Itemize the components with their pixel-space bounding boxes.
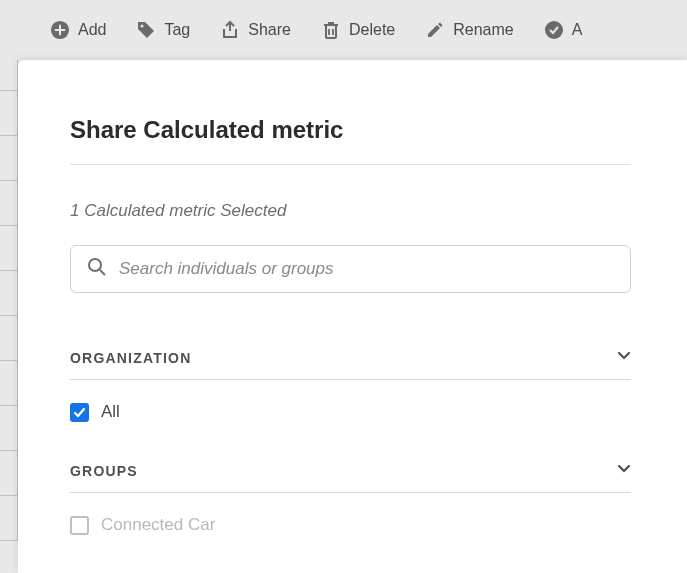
- selection-summary: 1 Calculated metric Selected: [70, 201, 631, 221]
- chevron-down-icon: [617, 349, 631, 367]
- option-all-label: All: [101, 402, 120, 422]
- approve-button[interactable]: A: [544, 20, 583, 40]
- table-left-edge: 5: [0, 0, 18, 573]
- share-modal: Share Calculated metric 1 Calculated met…: [18, 60, 687, 573]
- rename-label: Rename: [453, 21, 513, 39]
- plus-circle-icon: [50, 20, 70, 40]
- approve-label: A: [572, 21, 583, 39]
- check-circle-icon: [544, 20, 564, 40]
- organization-section: ORGANIZATION All: [70, 349, 631, 422]
- groups-header[interactable]: GROUPS: [70, 462, 631, 493]
- organization-title: ORGANIZATION: [70, 350, 191, 366]
- tag-label: Tag: [164, 21, 190, 39]
- top-toolbar: Add Tag Share Delete Rename A: [0, 0, 687, 60]
- share-icon: [220, 20, 240, 40]
- organization-header[interactable]: ORGANIZATION: [70, 349, 631, 380]
- chevron-down-icon: [617, 462, 631, 480]
- search-field[interactable]: [70, 245, 631, 293]
- add-label: Add: [78, 21, 106, 39]
- rename-button[interactable]: Rename: [425, 20, 513, 40]
- tag-button[interactable]: Tag: [136, 20, 190, 40]
- share-button[interactable]: Share: [220, 20, 291, 40]
- option-connected-car[interactable]: Connected Car: [70, 515, 631, 535]
- svg-point-3: [89, 259, 101, 271]
- svg-point-1: [141, 25, 144, 28]
- groups-title: GROUPS: [70, 463, 138, 479]
- option-connected-car-label: Connected Car: [101, 515, 215, 535]
- search-icon: [87, 257, 107, 281]
- checkbox-connected-car[interactable]: [70, 516, 89, 535]
- checkbox-all[interactable]: [70, 403, 89, 422]
- search-input[interactable]: [119, 259, 614, 279]
- title-divider: [70, 164, 631, 165]
- pencil-icon: [425, 20, 445, 40]
- trash-icon: [321, 20, 341, 40]
- option-all[interactable]: All: [70, 402, 631, 422]
- delete-label: Delete: [349, 21, 395, 39]
- modal-title: Share Calculated metric: [70, 116, 631, 144]
- add-button[interactable]: Add: [50, 20, 106, 40]
- svg-point-2: [545, 21, 563, 39]
- share-label: Share: [248, 21, 291, 39]
- delete-button[interactable]: Delete: [321, 20, 395, 40]
- groups-section: GROUPS Connected Car: [70, 462, 631, 535]
- tag-icon: [136, 20, 156, 40]
